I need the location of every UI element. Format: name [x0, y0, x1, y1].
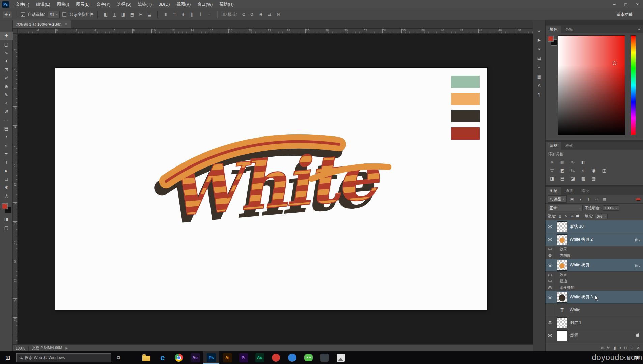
show-transform-checkbox[interactable]: [62, 12, 66, 17]
layer-row[interactable]: 图层 1: [546, 316, 643, 329]
fill-field[interactable]: 0%▾: [595, 214, 608, 219]
menu-item[interactable]: 选择(S): [114, 0, 135, 9]
layer-row[interactable]: 内阴影: [546, 252, 643, 259]
lasso-tool[interactable]: ∿: [0, 49, 13, 57]
photos-icon[interactable]: [333, 351, 349, 364]
auto-select-checkbox[interactable]: [21, 12, 25, 17]
visibility-toggle[interactable]: [546, 259, 554, 271]
layer-mask-icon[interactable]: ◨: [612, 346, 616, 350]
collapse-effects-icon[interactable]: [639, 237, 640, 243]
visibility-toggle[interactable]: [546, 272, 554, 278]
brightness-contrast-icon[interactable]: ☀: [548, 159, 556, 165]
panel-tab[interactable]: 颜色: [546, 26, 561, 33]
layer-row[interactable]: 渐变叠加: [546, 284, 643, 291]
blue-app-icon[interactable]: [284, 351, 300, 364]
premiere-icon[interactable]: Pr: [235, 351, 252, 364]
ruler-origin[interactable]: [13, 29, 18, 34]
clone-source-icon[interactable]: ⌖: [533, 63, 546, 72]
move-tool[interactable]: ✚: [0, 32, 13, 40]
layer-name[interactable]: White 拷贝: [570, 262, 589, 268]
tool-preset-picker[interactable]: ✚ ▾: [3, 11, 12, 18]
menu-item[interactable]: 视图(V): [173, 0, 194, 9]
align-middle-icon[interactable]: ⊟: [137, 11, 144, 18]
actions-icon[interactable]: ▶: [533, 35, 546, 44]
search-input[interactable]: [25, 355, 99, 360]
3d-slide-icon[interactable]: ⇄: [266, 11, 273, 18]
layer-thumbnail[interactable]: [557, 235, 567, 245]
panel-tab[interactable]: 样式: [561, 142, 577, 150]
tray-network-icon[interactable]: ▤: [627, 356, 630, 360]
gradient-map-icon[interactable]: ▩: [580, 175, 587, 181]
layer-row[interactable]: 形状 10: [546, 220, 643, 233]
filter-smart-objects-icon[interactable]: ▦: [601, 196, 608, 202]
shape-tool[interactable]: □: [0, 175, 13, 183]
layer-thumbnail[interactable]: [557, 260, 567, 270]
menu-item[interactable]: 3D(D): [155, 0, 173, 9]
task-view-button[interactable]: ⧉: [111, 351, 126, 364]
visibility-toggle[interactable]: [546, 252, 554, 259]
history-brush-tool[interactable]: ↺: [0, 108, 13, 116]
layer-row[interactable]: White: [546, 304, 643, 316]
layer-name[interactable]: 描边: [554, 279, 567, 284]
layer-name[interactable]: White 拷贝 2: [570, 237, 593, 242]
audition-icon[interactable]: Au: [252, 351, 268, 364]
after-effects-icon[interactable]: Ae: [187, 351, 203, 364]
chrome-icon[interactable]: [171, 351, 187, 364]
link-layers-icon[interactable]: ∞: [601, 346, 604, 350]
crop-tool[interactable]: ⊡: [0, 65, 13, 74]
menu-item[interactable]: 窗口(W): [194, 0, 216, 9]
eraser-tool[interactable]: ▭: [0, 116, 13, 124]
align-top-icon[interactable]: ⬒: [128, 11, 136, 18]
menu-item[interactable]: 帮助(H): [216, 0, 237, 9]
zoom-level-field[interactable]: 100%: [16, 346, 25, 350]
brush-tool[interactable]: ✎: [0, 91, 13, 99]
curves-icon[interactable]: ∿: [569, 159, 577, 165]
distribute-right-icon[interactable]: ⋮: [205, 11, 213, 18]
layer-thumbnail[interactable]: [557, 331, 567, 341]
zoom-tool[interactable]: ◎: [0, 192, 13, 200]
lock-transparency-icon[interactable]: ▦: [558, 214, 562, 219]
close-button[interactable]: ✕: [632, 0, 643, 9]
invert-icon[interactable]: ◨: [548, 175, 556, 181]
layer-row[interactable]: White 拷贝 fx: [546, 259, 643, 272]
layer-name[interactable]: 渐变叠加: [554, 285, 575, 290]
posterize-icon[interactable]: ▤: [559, 175, 566, 181]
histogram-icon[interactable]: ▦: [533, 72, 546, 81]
hue-saturation-icon[interactable]: ◩: [559, 167, 566, 173]
foreground-background-colors[interactable]: [2, 204, 11, 214]
distribute-left-icon[interactable]: ∥: [188, 11, 195, 18]
distribute-top-icon[interactable]: ≡: [162, 11, 169, 18]
menu-item[interactable]: 图层(L): [73, 0, 93, 9]
photo-filter-icon[interactable]: ◉: [590, 167, 597, 173]
vibrance-icon[interactable]: ▽: [548, 167, 556, 173]
layer-thumbnail[interactable]: [557, 222, 567, 232]
lock-all-icon[interactable]: [576, 215, 579, 217]
new-layer-icon[interactable]: ⊞: [631, 346, 634, 350]
start-button[interactable]: ⊞: [0, 351, 16, 364]
edge-icon[interactable]: e: [155, 351, 171, 364]
illustrator-icon[interactable]: Ai: [219, 351, 235, 364]
filter-pixel-layers-icon[interactable]: ▣: [569, 196, 576, 202]
eyedropper-tool[interactable]: ✐: [0, 74, 13, 82]
pen-tool[interactable]: ✒: [0, 150, 13, 158]
layer-name[interactable]: 背景: [570, 333, 578, 338]
collapse-panels-icon[interactable]: «: [533, 26, 546, 35]
opacity-field[interactable]: 100%▾: [603, 205, 619, 211]
3d-roll-icon[interactable]: ⟳: [248, 11, 256, 18]
foreground-color-chip[interactable]: [548, 36, 553, 41]
panel-tab[interactable]: 图层: [546, 187, 561, 195]
path-selection-tool[interactable]: ►: [0, 166, 13, 175]
type-tool[interactable]: T: [0, 158, 13, 166]
hand-tool[interactable]: ✱: [0, 183, 13, 192]
menu-item[interactable]: 文件(F): [12, 0, 33, 9]
layer-row[interactable]: 效果: [546, 246, 643, 252]
delete-layer-icon[interactable]: ✕: [637, 346, 640, 350]
align-center-horizontal-icon[interactable]: ◫: [111, 11, 118, 18]
maximize-button[interactable]: ▢: [620, 0, 632, 9]
character-icon[interactable]: A: [533, 81, 546, 90]
layer-thumbnail[interactable]: [557, 318, 567, 328]
fx-badge[interactable]: fx: [635, 238, 638, 242]
wechat-icon[interactable]: [300, 351, 316, 364]
panel-tab[interactable]: 调整: [546, 142, 561, 150]
workspace-switcher[interactable]: 基本功能: [614, 11, 636, 18]
